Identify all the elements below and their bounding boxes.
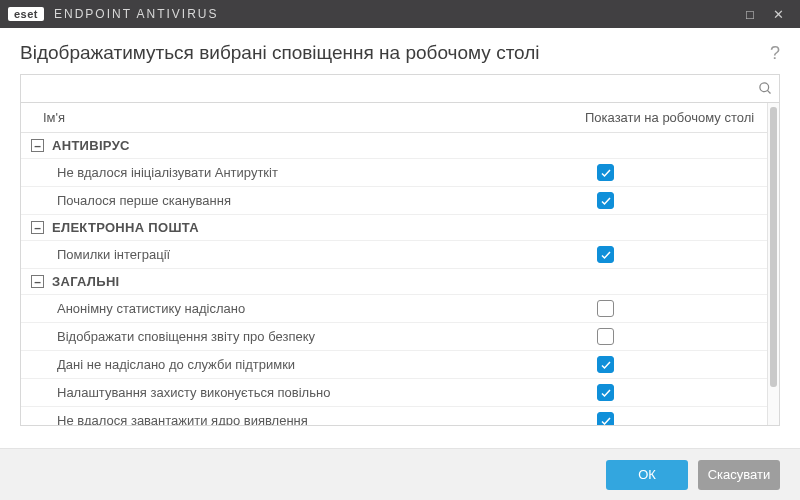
row-label: Не вдалося ініціалізувати Антируткіт <box>57 165 597 180</box>
svg-point-0 <box>759 83 768 92</box>
group-name: АНТИВІРУС <box>52 138 130 153</box>
group-header[interactable]: –ЗАГАЛЬНІ <box>21 269 767 295</box>
ok-button[interactable]: ОК <box>606 460 688 490</box>
notifications-table: Ім'я Показати на робочому столі –АНТИВІР… <box>20 102 780 426</box>
table-row[interactable]: Не вдалося ініціалізувати Антируткіт <box>21 159 767 187</box>
close-icon[interactable]: ✕ <box>764 7 792 22</box>
dialog-title: Відображатимуться вибрані сповіщення на … <box>20 42 770 64</box>
maximize-icon[interactable]: □ <box>736 7 764 22</box>
search-box <box>20 74 780 102</box>
show-checkbox[interactable] <box>597 164 614 181</box>
help-icon[interactable]: ? <box>770 43 780 64</box>
row-label: Почалося перше сканування <box>57 193 597 208</box>
row-label: Дані не надіслано до служби підтримки <box>57 357 597 372</box>
table-row[interactable]: Налаштування захисту виконується повільн… <box>21 379 767 407</box>
show-checkbox[interactable] <box>597 246 614 263</box>
table-row[interactable]: Помилки інтеграції <box>21 241 767 269</box>
svg-line-1 <box>767 90 770 93</box>
row-label: Помилки інтеграції <box>57 247 597 262</box>
group-header[interactable]: –ЕЛЕКТРОННА ПОШТА <box>21 215 767 241</box>
group-name: ЕЛЕКТРОННА ПОШТА <box>52 220 199 235</box>
row-label: Відображати сповіщення звіту про безпеку <box>57 329 597 344</box>
titlebar: eset ENDPOINT ANTIVIRUS □ ✕ <box>0 0 800 28</box>
table-row[interactable]: Почалося перше сканування <box>21 187 767 215</box>
dialog-header: Відображатимуться вибрані сповіщення на … <box>0 28 800 74</box>
show-checkbox[interactable] <box>597 412 614 425</box>
row-label: Анонімну статистику надіслано <box>57 301 597 316</box>
column-name[interactable]: Ім'я <box>21 103 575 132</box>
collapse-icon[interactable]: – <box>31 139 44 152</box>
show-checkbox[interactable] <box>597 328 614 345</box>
scrollbar[interactable] <box>767 103 779 425</box>
row-label: Не вдалося завантажити ядро виявлення <box>57 413 597 425</box>
show-checkbox[interactable] <box>597 300 614 317</box>
column-show[interactable]: Показати на робочому столі <box>575 103 767 132</box>
group-name: ЗАГАЛЬНІ <box>52 274 120 289</box>
search-icon[interactable] <box>751 75 779 102</box>
table-row[interactable]: Дані не надіслано до служби підтримки <box>21 351 767 379</box>
row-label: Налаштування захисту виконується повільн… <box>57 385 597 400</box>
table-row[interactable]: Не вдалося завантажити ядро виявлення <box>21 407 767 425</box>
group-header[interactable]: –АНТИВІРУС <box>21 133 767 159</box>
brand-logo: eset <box>8 7 44 21</box>
show-checkbox[interactable] <box>597 384 614 401</box>
show-checkbox[interactable] <box>597 356 614 373</box>
scrollbar-thumb[interactable] <box>770 107 777 387</box>
table-header: Ім'я Показати на робочому столі <box>21 103 767 133</box>
show-checkbox[interactable] <box>597 192 614 209</box>
app-name: ENDPOINT ANTIVIRUS <box>54 7 218 21</box>
collapse-icon[interactable]: – <box>31 275 44 288</box>
cancel-button[interactable]: Скасувати <box>698 460 780 490</box>
dialog-footer: ОК Скасувати <box>0 448 800 500</box>
collapse-icon[interactable]: – <box>31 221 44 234</box>
search-input[interactable] <box>21 75 751 102</box>
table-row[interactable]: Анонімну статистику надіслано <box>21 295 767 323</box>
table-row[interactable]: Відображати сповіщення звіту про безпеку <box>21 323 767 351</box>
